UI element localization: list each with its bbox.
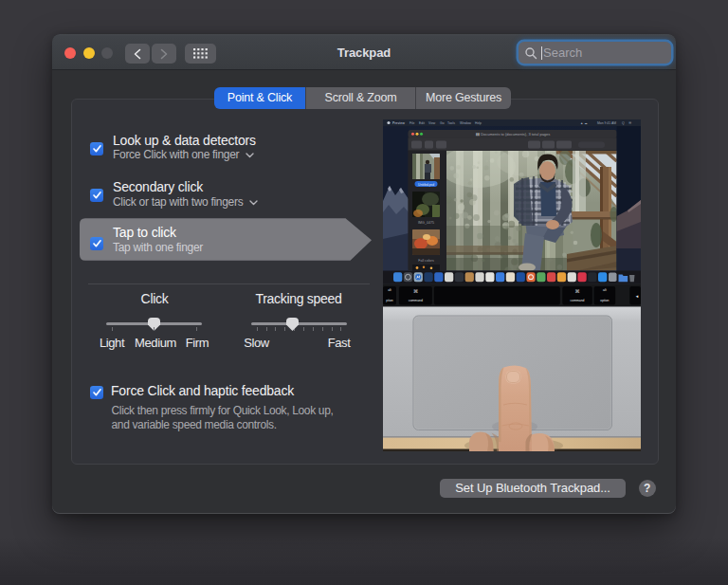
svg-text:Fall colors: Fall colors <box>418 259 434 263</box>
svg-text:ption: ption <box>386 299 392 302</box>
svg-text:command: command <box>571 299 585 302</box>
svg-text:Window: Window <box>460 121 472 125</box>
svg-text:alt: alt <box>388 288 391 292</box>
svg-text:☰: ☰ <box>628 121 631 125</box>
svg-text:View: View <box>428 121 436 125</box>
svg-text:Go: Go <box>440 121 445 125</box>
svg-text:option: option <box>600 299 609 302</box>
svg-text:Tools: Tools <box>447 121 455 125</box>
svg-text:IMG_0475: IMG_0475 <box>418 221 434 225</box>
svg-text:Mon 9:41 AM: Mon 9:41 AM <box>597 121 616 125</box>
svg-text:Preview: Preview <box>392 121 405 125</box>
svg-text:alt: alt <box>603 288 607 292</box>
svg-text:⌘: ⌘ <box>575 288 580 294</box>
svg-text:▮▮ Documents to (documents), 3: ▮▮ Documents to (documents), 3 total pag… <box>476 132 551 137</box>
svg-text:⌘: ⌘ <box>413 288 418 294</box>
svg-text:command: command <box>409 299 423 302</box>
svg-text:▲ ☁: ▲ ☁ <box>580 121 588 125</box>
svg-text:Untitled.psd: Untitled.psd <box>418 183 434 187</box>
svg-text:Edit: Edit <box>419 121 425 125</box>
svg-text:Help: Help <box>475 121 482 125</box>
svg-text:Q: Q <box>622 121 625 125</box>
svg-text:File: File <box>410 121 415 125</box>
